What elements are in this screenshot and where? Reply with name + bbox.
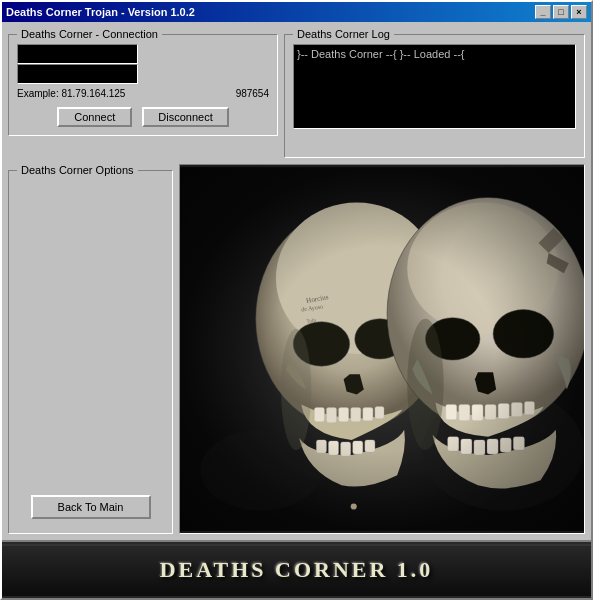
- example-port-label: 987654: [236, 88, 269, 99]
- example-ip-label: Example: 81.79.164.125: [17, 88, 125, 99]
- main-window: Deaths Corner Trojan - Version 1.0.2 _ □…: [0, 0, 593, 600]
- svg-rect-41: [180, 167, 584, 531]
- top-section: Deaths Corner - Connection Example: 81.7…: [8, 28, 585, 158]
- example-row: Example: 81.79.164.125 987654: [17, 88, 269, 99]
- log-panel: Deaths Corner Log }-- Deaths Corner --{ …: [284, 28, 585, 158]
- skull-image: Horcius de Ayuso Tulp: [180, 165, 584, 533]
- skull-image-panel: Horcius de Ayuso Tulp: [179, 164, 585, 534]
- connection-panel: Deaths Corner - Connection Example: 81.7…: [8, 28, 278, 158]
- log-fieldset: Deaths Corner Log }-- Deaths Corner --{ …: [284, 28, 585, 158]
- window-body: Deaths Corner - Connection Example: 81.7…: [2, 22, 591, 540]
- connection-fieldset: Deaths Corner - Connection Example: 81.7…: [8, 28, 278, 136]
- disconnect-button[interactable]: Disconnect: [142, 107, 228, 127]
- close-button[interactable]: ×: [571, 5, 587, 19]
- options-legend: Deaths Corner Options: [17, 164, 138, 176]
- ip-input-row: [17, 44, 269, 84]
- back-to-main-button[interactable]: Back To Main: [31, 495, 151, 519]
- footer-title: DEATHS CORNER 1.0: [160, 557, 434, 583]
- options-fieldset: Deaths Corner Options Back To Main: [8, 164, 173, 534]
- connection-legend: Deaths Corner - Connection: [17, 28, 162, 40]
- window-title: Deaths Corner Trojan - Version 1.0.2: [6, 6, 195, 18]
- bottom-section: Deaths Corner Options Back To Main: [8, 164, 585, 534]
- title-bar: Deaths Corner Trojan - Version 1.0.2 _ □…: [2, 2, 591, 22]
- port-input[interactable]: [17, 64, 138, 84]
- minimize-button[interactable]: _: [535, 5, 551, 19]
- ip-input[interactable]: [17, 44, 138, 64]
- title-bar-controls: _ □ ×: [535, 5, 587, 19]
- connection-buttons: Connect Disconnect: [17, 107, 269, 127]
- connect-button[interactable]: Connect: [57, 107, 132, 127]
- log-legend: Deaths Corner Log: [293, 28, 394, 40]
- maximize-button[interactable]: □: [553, 5, 569, 19]
- footer-banner: }-- DEATHS CORNER 1.0 --{: [2, 540, 591, 598]
- options-panel: Deaths Corner Options Back To Main: [8, 164, 173, 534]
- log-content: }-- Deaths Corner --{ }-- Loaded --{: [293, 44, 576, 129]
